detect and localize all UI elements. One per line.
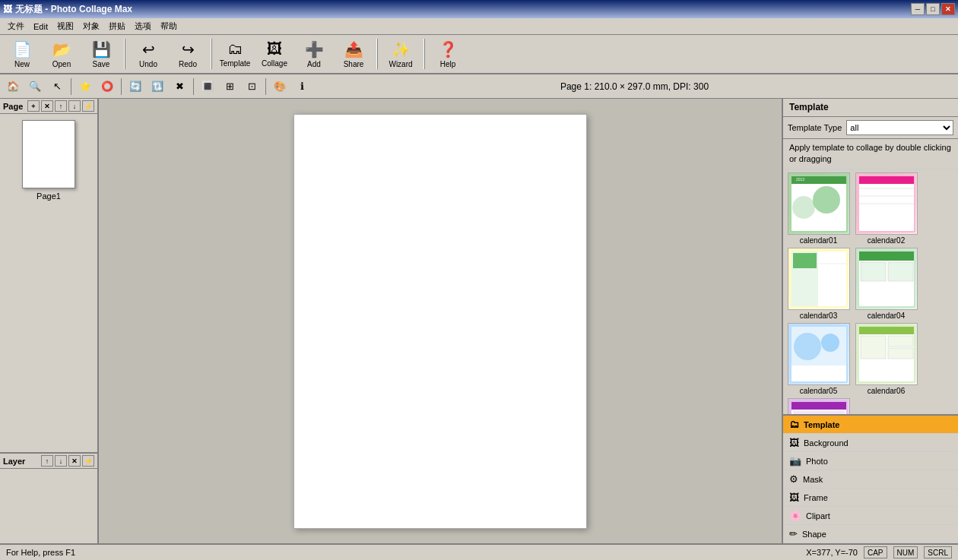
template-item-cal03[interactable]: calendar03 bbox=[786, 248, 851, 320]
status-caps: CAP bbox=[864, 546, 887, 558]
layer-title: Layer bbox=[3, 457, 25, 466]
svg-rect-8 bbox=[859, 176, 914, 184]
tab-template[interactable]: 🗂 Template bbox=[783, 416, 958, 434]
tb2-search-button[interactable]: 🔍 bbox=[25, 78, 45, 96]
layer-up-btn[interactable]: ↑ bbox=[41, 455, 53, 467]
svg-rect-24 bbox=[791, 365, 846, 381]
layer-content bbox=[0, 469, 97, 475]
template-name-cal02: calendar02 bbox=[868, 236, 905, 245]
tb2-rotate-ccw-button[interactable]: 🔃 bbox=[148, 78, 167, 96]
help-button[interactable]: ❓ Help bbox=[429, 36, 467, 71]
close-button[interactable]: ✕ bbox=[941, 3, 955, 15]
redo-button[interactable]: ↪ Redo bbox=[169, 36, 207, 71]
template-header: Template bbox=[783, 99, 958, 117]
template-item-cal01[interactable]: 2013 calendar01 bbox=[786, 172, 851, 245]
wizard-button[interactable]: ✨ Wizard bbox=[382, 36, 420, 71]
tb2-zoom-button[interactable]: 🔳 bbox=[198, 78, 217, 96]
tab-shape[interactable]: ✏ Shape bbox=[783, 525, 958, 543]
layer-down-btn[interactable]: ↓ bbox=[55, 455, 67, 467]
page-refresh-btn[interactable]: ⚡ bbox=[82, 100, 94, 112]
page-down-btn[interactable]: ↓ bbox=[68, 100, 81, 112]
svg-point-3 bbox=[792, 196, 815, 219]
menu-edit[interactable]: Edit bbox=[29, 21, 52, 33]
page-header: Page + ✕ ↑ ↓ ⚡ bbox=[0, 99, 97, 114]
template-thumb-cal07 bbox=[788, 398, 850, 414]
template-item-cal07[interactable]: calendar07 bbox=[786, 398, 851, 414]
collage-button[interactable]: 🖼 Collage bbox=[255, 36, 293, 71]
layer-refresh-btn[interactable]: ⚡ bbox=[82, 455, 94, 467]
template-item-cal06[interactable]: calendar06 bbox=[854, 323, 918, 395]
svg-rect-29 bbox=[859, 327, 914, 334]
template-grid: 2013 calendar01 bbox=[783, 169, 958, 414]
tb2-size-button[interactable]: ⊡ bbox=[242, 78, 262, 96]
tab-frame-label: Frame bbox=[804, 493, 828, 502]
tb2-home-button[interactable]: 🏠 bbox=[3, 78, 23, 96]
tab-clipart[interactable]: 🌸 Clipart bbox=[783, 507, 958, 525]
right-tab-panel: 🗂 Template 🖼 Background 📷 Photo ⚙ Mask 🖼… bbox=[783, 414, 958, 543]
template-title: Template bbox=[789, 102, 829, 112]
maximize-button[interactable]: □ bbox=[926, 3, 940, 15]
tb2-sep-1 bbox=[71, 78, 71, 95]
tb2-color-button[interactable]: 🎨 bbox=[270, 78, 290, 96]
collage-icon: 🖼 bbox=[267, 40, 282, 58]
redo-label: Redo bbox=[179, 60, 197, 68]
save-button[interactable]: 💾 Save bbox=[82, 36, 120, 71]
menu-help[interactable]: 帮助 bbox=[156, 19, 182, 33]
menu-view[interactable]: 视图 bbox=[52, 19, 78, 33]
status-help-text: For Help, press F1 bbox=[6, 548, 75, 557]
menu-object[interactable]: 对象 bbox=[78, 19, 104, 33]
tb2-star-button[interactable]: ⭐ bbox=[75, 78, 95, 96]
template-label: Template bbox=[220, 59, 251, 68]
tab-mask[interactable]: ⚙ Mask bbox=[783, 470, 958, 489]
open-button[interactable]: 📂 Open bbox=[43, 36, 81, 71]
titlebar-right: ─ □ ✕ bbox=[911, 3, 955, 15]
template-type-select[interactable]: all calendar collage photo bbox=[846, 120, 953, 135]
menu-file[interactable]: 文件 bbox=[3, 19, 29, 33]
template-thumb-cal05 bbox=[788, 323, 850, 385]
clipart-tab-icon: 🌸 bbox=[789, 510, 801, 521]
tb2-delete-button[interactable]: ✖ bbox=[170, 78, 189, 96]
tab-shape-label: Shape bbox=[802, 530, 826, 539]
statusbar: For Help, press F1 X=377, Y=-70 CAP NUM … bbox=[0, 543, 958, 560]
template-item-cal02[interactable]: calendar02 bbox=[854, 172, 918, 245]
new-label: New bbox=[14, 60, 30, 68]
menu-collage[interactable]: 拼贴 bbox=[104, 19, 130, 33]
tab-photo[interactable]: 📷 Photo bbox=[783, 452, 958, 470]
toolbar-sep-1 bbox=[124, 39, 125, 69]
layer-header-buttons: ↑ ↓ ✕ ⚡ bbox=[41, 455, 94, 467]
page-remove-btn[interactable]: ✕ bbox=[41, 100, 53, 112]
template-item-cal05[interactable]: calendar05 bbox=[786, 323, 851, 395]
template-button[interactable]: 🗂 Template bbox=[216, 36, 254, 71]
undo-button[interactable]: ↩ Undo bbox=[129, 36, 167, 71]
tb2-cursor-button[interactable]: ↖ bbox=[47, 78, 67, 96]
page-up-btn[interactable]: ↑ bbox=[55, 100, 67, 112]
template-thumb-cal03 bbox=[788, 248, 850, 310]
share-button[interactable]: 📤 Share bbox=[335, 36, 373, 71]
tb2-fit-button[interactable]: ⊞ bbox=[220, 78, 240, 96]
page-add-btn[interactable]: + bbox=[27, 100, 40, 112]
app-title: 无标题 - Photo Collage Max bbox=[15, 3, 132, 16]
template-item-cal04[interactable]: calendar04 bbox=[854, 248, 918, 320]
status-coords: X=377, Y=-70 bbox=[806, 548, 858, 557]
add-button[interactable]: ➕ Add bbox=[295, 36, 333, 71]
wizard-icon: ✨ bbox=[392, 40, 411, 59]
tb2-rotate-cw-button[interactable]: 🔄 bbox=[125, 78, 145, 96]
layer-header: Layer ↑ ↓ ✕ ⚡ bbox=[0, 454, 97, 469]
page1-thumbnail[interactable] bbox=[22, 120, 75, 188]
menu-options[interactable]: 选项 bbox=[130, 19, 156, 33]
tab-frame[interactable]: 🖼 Frame bbox=[783, 489, 958, 507]
canvas-area[interactable] bbox=[99, 99, 782, 543]
new-button[interactable]: 📄 New bbox=[3, 36, 41, 71]
menubar: 文件 Edit 视图 对象 拼贴 选项 帮助 bbox=[0, 18, 958, 35]
tb2-circle-button[interactable]: ⭕ bbox=[97, 78, 117, 96]
template-thumb-cal04 bbox=[855, 248, 918, 310]
save-label: Save bbox=[93, 60, 110, 68]
layer-delete-btn[interactable]: ✕ bbox=[68, 455, 81, 467]
status-right: X=377, Y=-70 CAP NUM SCRL bbox=[806, 546, 952, 558]
tab-background[interactable]: 🖼 Background bbox=[783, 434, 958, 452]
template-grid-container: 2013 calendar01 bbox=[783, 169, 958, 414]
minimize-button[interactable]: ─ bbox=[911, 3, 925, 15]
tab-photo-label: Photo bbox=[806, 457, 828, 466]
tb2-info-button[interactable]: ℹ bbox=[292, 78, 312, 96]
template-name-cal05: calendar05 bbox=[800, 387, 837, 395]
